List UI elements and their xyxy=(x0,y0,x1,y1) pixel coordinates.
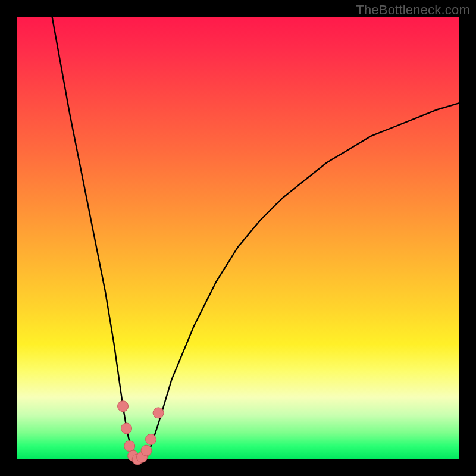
chart-svg xyxy=(17,17,459,459)
curve-marker xyxy=(141,445,152,456)
bottleneck-curve xyxy=(52,17,459,459)
curve-marker xyxy=(118,401,129,412)
curve-marker xyxy=(145,434,156,445)
curve-marker xyxy=(124,441,135,452)
curve-marker xyxy=(153,408,164,418)
watermark-text: TheBottleneck.com xyxy=(356,2,470,18)
curve-markers xyxy=(118,401,164,465)
outer-frame: TheBottleneck.com xyxy=(0,0,476,476)
plot-area xyxy=(17,17,459,459)
curve-marker xyxy=(121,423,132,434)
